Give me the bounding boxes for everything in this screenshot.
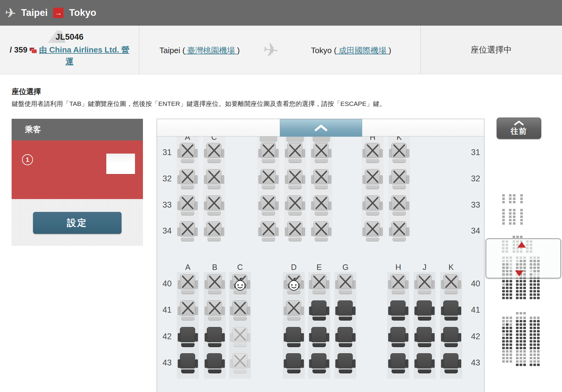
- minimap-seat-dot: [502, 290, 505, 292]
- minimap-seat-dot: [520, 219, 523, 221]
- minimap-seat-dot: [513, 219, 516, 221]
- seat-43H: [388, 353, 408, 373]
- seat-33G: [311, 195, 331, 215]
- seat-43A: [178, 353, 198, 373]
- row-label-42-left: 42: [158, 332, 176, 341]
- minimap-seat-dot: [509, 350, 512, 353]
- row-label-34-left: 34: [158, 226, 176, 236]
- minimap-seat-dot: [516, 327, 519, 329]
- seat-31G: [311, 143, 331, 162]
- minimap-seat-dot: [533, 337, 536, 339]
- minimap-marker-down-icon: [515, 270, 524, 276]
- minimap-seat-dot: [523, 320, 526, 322]
- seat-42J: [414, 327, 435, 347]
- minimap-seat-dot: [516, 297, 519, 299]
- minimap-seat-dot: [533, 317, 536, 319]
- minimap-seat-dot: [537, 323, 540, 326]
- seat-40G: [335, 274, 356, 294]
- forward-button[interactable]: 往前: [497, 118, 541, 139]
- seat-40D: [284, 274, 304, 294]
- row-label-40-right: 40: [466, 279, 485, 289]
- minimap-seat-dot: [523, 312, 526, 314]
- seat-34A: [177, 221, 198, 241]
- row-label-41-left: 41: [158, 305, 176, 315]
- minimap-seat-dot: [502, 340, 505, 343]
- minimap-seat-dot: [506, 350, 509, 353]
- minimap-seat-dot: [509, 198, 512, 200]
- minimap-seat-dot: [537, 354, 540, 356]
- seat-32H: [363, 169, 383, 189]
- seat-41J: [414, 300, 435, 320]
- minimap-seat-dot: [502, 293, 505, 296]
- minimap-seat-dot: [502, 357, 505, 359]
- seat-34D: [258, 221, 279, 241]
- minimap-seat-dot: [516, 293, 519, 296]
- minimap-seat-dot: [516, 290, 519, 292]
- row-label-33-right: 33: [466, 200, 485, 210]
- seat-34E: [285, 221, 305, 241]
- minimap-seat-dot: [506, 340, 509, 343]
- minimap-seat-dot: [513, 194, 516, 197]
- minimap-seat-dot: [520, 354, 522, 356]
- minimap-seat-dot: [523, 287, 526, 289]
- seat-42D: [284, 327, 304, 347]
- scroll-up-button[interactable]: [280, 119, 362, 137]
- minimap-seat-dot: [537, 360, 540, 363]
- minimap-seat-dot: [502, 347, 505, 349]
- column-letter-E: E: [310, 263, 328, 272]
- minimap-seat-dot: [537, 364, 540, 366]
- minimap-seat-dot: [516, 330, 519, 332]
- seat-41B: [205, 300, 225, 320]
- seat-43K: [441, 353, 461, 373]
- minimap-seat-dot: [520, 216, 523, 218]
- minimap-seat-dot: [509, 343, 512, 346]
- minimap-seat-dot: [533, 320, 536, 322]
- minimap-seat-dot: [530, 357, 532, 359]
- minimap-seat-dot: [520, 280, 522, 282]
- minimap-seat-dot: [533, 357, 536, 359]
- minimap-seat-dot: [509, 360, 512, 363]
- column-letter-A: A: [179, 263, 197, 272]
- minimap-seat-dot: [523, 360, 526, 363]
- minimap-seat-dot: [502, 198, 505, 200]
- chevron-up-icon: [314, 124, 328, 132]
- minimap-seat-dot: [530, 297, 532, 299]
- minimap-seat-dot: [533, 283, 536, 286]
- minimap-seat-dot: [537, 350, 540, 353]
- minimap-seat-dot: [533, 287, 536, 289]
- minimap-seat-dot: [502, 327, 505, 329]
- minimap-seat-dot: [523, 343, 526, 346]
- minimap-seat-dot: [509, 216, 512, 218]
- minimap-seat-dot: [520, 209, 523, 211]
- seat-40C: [230, 274, 250, 294]
- minimap-seat-dot: [530, 337, 532, 339]
- minimap-seat-dot: [516, 337, 519, 339]
- seat-32E: [285, 169, 305, 189]
- minimap-seat-dot: [506, 320, 509, 322]
- column-letter-H: H: [389, 263, 407, 272]
- minimap-seat-dot: [506, 357, 509, 359]
- minimap-seat-dot: [509, 194, 512, 197]
- minimap-seat-dot: [502, 343, 505, 346]
- minimap-seat-dot: [520, 347, 522, 349]
- minimap-seat-dot: [516, 236, 519, 238]
- seat-32D: [258, 169, 279, 189]
- minimap-seat-dot: [533, 343, 536, 346]
- minimap-seat-dot: [537, 330, 540, 332]
- minimap-seat-dot: [509, 293, 512, 296]
- minimap-seat-dot: [509, 357, 512, 359]
- minimap-seat-dot: [506, 323, 509, 326]
- seat-34C: [204, 221, 224, 241]
- minimap-seat-dot: [502, 360, 505, 363]
- minimap-seat-dot: [523, 347, 526, 349]
- seat-42G: [335, 327, 356, 347]
- minimap-seat-dot: [533, 297, 536, 299]
- seat-31H: [363, 143, 383, 162]
- minimap-seat-dot: [530, 330, 532, 332]
- minimap-seat-dot: [506, 280, 509, 282]
- minimap-seat-dot: [533, 333, 536, 336]
- seat-31A: [177, 143, 198, 162]
- row-label-43-left: 43: [158, 358, 176, 368]
- minimap-seat-dot: [502, 283, 505, 286]
- seat-40J: [414, 274, 435, 294]
